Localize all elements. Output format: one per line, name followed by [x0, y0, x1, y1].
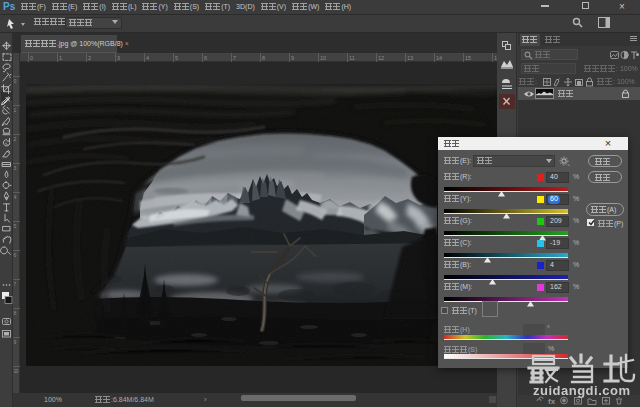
svg-text:zuidangdi.com: zuidangdi.com [533, 383, 631, 398]
